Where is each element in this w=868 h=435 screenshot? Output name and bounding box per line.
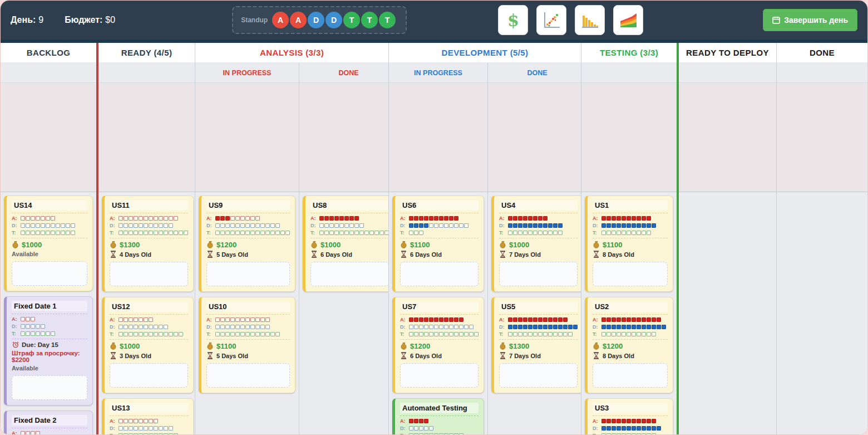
card-fixed-date-2[interactable]: Fixed Date 2A:D:T:$2500 [4, 410, 93, 435]
progress-cell [469, 325, 474, 329]
progress-cell [543, 332, 548, 336]
card-meta: Due: Day 15Штраф за просрочку: $2200Avai… [12, 341, 87, 372]
day-counter: День:9 [11, 15, 43, 25]
progress-cell [56, 231, 60, 235]
card-us1[interactable]: US1A:D:T:$11008 Days Old [585, 195, 673, 292]
card-us2[interactable]: US2A:D:T:$12008 Days Old [585, 297, 673, 393]
bar-label: D: [12, 223, 21, 228]
worker-drop-area[interactable] [499, 262, 578, 286]
progress-cell [359, 231, 364, 235]
worker-drop-area[interactable] [400, 363, 479, 388]
bar-label: A: [499, 317, 508, 322]
effort-bar-t: T: [400, 331, 479, 337]
progress-cell [622, 216, 626, 221]
card-us9[interactable]: US9A:D:T:$12005 Days Old [199, 195, 295, 292]
analyst-avatar[interactable]: A [272, 12, 289, 28]
card-us8[interactable]: US8A:D:T:$10006 Days Old [303, 195, 394, 292]
worker-drop-area[interactable] [206, 363, 290, 388]
worker-drop-area[interactable] [110, 363, 188, 388]
card-us14[interactable]: US14A:D:T:$1000Available [4, 195, 93, 291]
worker-drop-area[interactable] [206, 262, 290, 286]
bar-chart-button[interactable] [575, 5, 605, 35]
progress-cell [606, 317, 611, 322]
card-us7[interactable]: US7A:D:T:$12006 Days Old [392, 297, 484, 393]
money-chart-button[interactable]: $ [498, 5, 528, 35]
card-us10[interactable]: US10A:D:T:$11005 Days Old [199, 297, 295, 393]
progress-cell [260, 231, 265, 235]
development-done-drop-zone[interactable] [488, 83, 586, 192]
card-automated-testing[interactable]: Automated TestingA:D:T:6 Days Old [392, 398, 484, 435]
card-us3[interactable]: US3A:D:T:$1100 [585, 398, 673, 435]
progress-cell [518, 216, 522, 221]
progress-cell [558, 332, 563, 336]
worker-drop-area[interactable] [12, 375, 87, 400]
progress-cell [647, 419, 651, 423]
effort-bar-d: D: [110, 426, 188, 431]
kanban-board: BACKLOG US14A:D:T:$1000AvailableFixed Da… [1, 43, 867, 435]
ready-to-deploy-drop-zone[interactable] [679, 83, 776, 192]
progress-cell [144, 419, 148, 423]
progress-cell [36, 216, 40, 221]
progress-cell [459, 317, 463, 322]
tester-avatar[interactable]: T [361, 12, 378, 28]
backlog-drop-zone[interactable] [1, 83, 96, 192]
progress-cell [513, 332, 517, 336]
bar-label: D: [593, 426, 601, 431]
progress-cell [46, 231, 50, 235]
card-value-text: $1000 [120, 342, 140, 350]
card-us6[interactable]: US6A:D:T:$11006 Days Old [392, 195, 484, 292]
hourglass-icon [110, 251, 117, 258]
tester-avatar[interactable]: T [379, 12, 396, 28]
card-age: 3 Days Old [110, 352, 188, 359]
effort-bars: A:D:T: [206, 216, 290, 236]
progress-cell [260, 325, 265, 329]
ready-drop-zone[interactable] [98, 83, 197, 192]
testing-drop-zone[interactable] [581, 83, 677, 192]
progress-cell [164, 216, 168, 221]
progress-cell [563, 332, 568, 336]
card-us12[interactable]: US12A:D:T:$10003 Days Old [102, 297, 194, 393]
analysis-in-progress-drop-zone[interactable] [195, 83, 299, 192]
developer-avatar[interactable]: D [308, 12, 324, 28]
progress-cell [657, 426, 661, 431]
end-day-button[interactable]: Завершить день [763, 9, 857, 31]
worker-drop-area[interactable] [593, 363, 668, 388]
progress-cell [215, 231, 220, 235]
worker-drop-area[interactable] [12, 261, 87, 286]
bar-label: T: [310, 230, 319, 236]
worker-drop-area[interactable] [400, 262, 479, 286]
done-drop-zone[interactable] [777, 83, 867, 192]
progress-cell [439, 332, 443, 336]
progress-cell [513, 216, 517, 221]
card-fixed-date-1[interactable]: Fixed Date 1A:D:T:Due: Day 15Штраф за пр… [4, 296, 93, 405]
progress-cell [414, 216, 418, 221]
card-us5[interactable]: US5A:D:T:$13007 Days Old [491, 297, 583, 393]
analyst-avatar[interactable]: A [290, 12, 307, 28]
developer-avatar[interactable]: D [326, 12, 342, 28]
progress-cell [439, 223, 443, 228]
progress-cell [469, 332, 474, 336]
progress-cell [642, 216, 646, 221]
area-chart-button[interactable] [613, 5, 643, 35]
card-title: US2 [593, 301, 668, 312]
card-title: US7 [400, 301, 479, 312]
hourglass-icon [499, 251, 506, 258]
card-us11[interactable]: US11A:D:T:$13004 Days Old [102, 195, 194, 292]
card-us4[interactable]: US4A:D:T:$10007 Days Old [491, 195, 583, 292]
development-in-progress-drop-zone[interactable] [389, 83, 487, 192]
progress-cell [409, 419, 413, 423]
effort-bars: A:D:T: [499, 216, 578, 236]
progress-cell [409, 223, 413, 228]
card-us13[interactable]: US13A:D:T:$1000 [102, 398, 194, 435]
worker-drop-area[interactable] [593, 262, 668, 286]
worker-drop-area[interactable] [499, 363, 578, 388]
worker-drop-area[interactable] [110, 262, 188, 286]
scatter-chart-button[interactable] [536, 5, 566, 35]
worker-drop-area[interactable] [310, 262, 389, 286]
progress-cell [21, 324, 25, 329]
card-age: 6 Days Old [400, 251, 479, 258]
progress-cell [51, 223, 55, 228]
progress-cell [642, 325, 646, 329]
tester-avatar[interactable]: T [343, 12, 360, 28]
analysis-done-drop-zone[interactable] [299, 83, 398, 192]
